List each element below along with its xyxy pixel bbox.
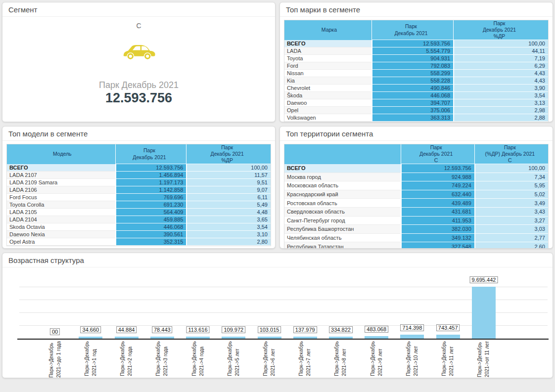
table-row[interactable]: Московская область749.2245,95 bbox=[284, 181, 548, 190]
table-row[interactable]: Opel Astra352.3152,80 bbox=[7, 238, 271, 246]
pct-value-cell: 100,00 bbox=[186, 164, 271, 172]
panel-title: Возрастная структура bbox=[8, 256, 547, 264]
table-row[interactable]: Toyota904.9317,19 bbox=[284, 55, 548, 62]
age-bar-slot[interactable]: 00 bbox=[37, 271, 73, 339]
table-row[interactable]: LADA 2109 Samara1.197.1739,51 bbox=[7, 179, 271, 186]
table-row[interactable]: Ростовская область439.4893,49 bbox=[284, 199, 548, 208]
table-row[interactable]: Краснодарский край632.4405,02 bbox=[284, 190, 548, 199]
table-row[interactable]: ВСЕГО12.593.756100,00 bbox=[284, 164, 548, 173]
pct-value-cell: 3,90 bbox=[453, 85, 548, 92]
axis-tick-label: Парк->Декабрь 2021->9 лет bbox=[370, 341, 384, 376]
row-label: Республика Татарстан bbox=[284, 242, 401, 249]
table-row[interactable]: Toyota Corolla691.2305,49 bbox=[7, 201, 271, 209]
table-row[interactable]: Ford Focus769.6966,11 bbox=[7, 194, 271, 201]
age-bar[interactable] bbox=[115, 337, 139, 339]
row-label: Škoda bbox=[284, 92, 371, 99]
table-row[interactable]: Nissan558.2994,43 bbox=[284, 70, 548, 77]
age-bar[interactable] bbox=[329, 337, 353, 339]
pct-value-cell: 3,10 bbox=[186, 231, 271, 238]
park-value-cell: 924.988 bbox=[401, 173, 474, 182]
column-header[interactable]: Марка bbox=[284, 20, 371, 40]
bar-value-label: 714.398 bbox=[401, 324, 424, 331]
age-bar-slot[interactable]: 483.068 bbox=[359, 271, 394, 339]
park-value-cell: 327.548 bbox=[401, 242, 474, 249]
table-row[interactable]: LADA 21061.142.8589,07 bbox=[7, 186, 271, 194]
age-bar-slot[interactable]: 113.616 bbox=[180, 271, 216, 339]
table-row[interactable]: Chevrolet490.8463,90 bbox=[284, 85, 548, 92]
age-bar[interactable] bbox=[150, 337, 174, 339]
kpi-label: Парк Декабрь 2021 bbox=[99, 80, 179, 90]
age-bar-slot[interactable]: 103.015 bbox=[251, 271, 287, 339]
age-bar[interactable] bbox=[436, 335, 460, 339]
age-bar[interactable] bbox=[186, 337, 210, 339]
age-bar[interactable] bbox=[79, 337, 102, 339]
table-row[interactable]: Skoda Octavia446.0683,54 bbox=[7, 223, 271, 231]
table-row[interactable]: Свердловская область431.6813,43 bbox=[284, 208, 548, 217]
age-bar[interactable] bbox=[472, 287, 496, 339]
pct-value-cell: 100,00 bbox=[453, 40, 548, 47]
table-row[interactable]: Škoda446.0683,54 bbox=[284, 92, 548, 99]
column-header[interactable]: Парк Декабрь 2021 bbox=[115, 144, 186, 164]
table-row[interactable]: ВСЕГО12.593.756100,00 bbox=[7, 164, 271, 172]
pct-value-cell: 6,29 bbox=[453, 62, 548, 70]
column-header[interactable]: Модель bbox=[7, 144, 115, 164]
table-row[interactable]: Kia558.2284,43 bbox=[284, 77, 548, 85]
row-label: LADA 2106 bbox=[7, 186, 115, 194]
column-header[interactable]: Парк Декабрь 2021 С bbox=[401, 144, 474, 164]
row-label: Toyota bbox=[284, 55, 371, 62]
age-bar-slot[interactable]: 44.884 bbox=[108, 271, 144, 339]
table-row[interactable]: Daewoo394.7073,13 bbox=[284, 99, 548, 107]
table-row[interactable]: LADA 2104459.8853,65 bbox=[7, 216, 271, 223]
row-label: LADA bbox=[284, 47, 371, 55]
column-header[interactable]: Парк Декабрь 2021 bbox=[371, 20, 453, 40]
age-bar[interactable] bbox=[258, 337, 281, 339]
age-bar[interactable] bbox=[222, 337, 245, 339]
park-value-cell: 558.299 bbox=[371, 70, 453, 77]
age-bar[interactable] bbox=[293, 337, 317, 339]
column-header[interactable]: Парк Декабрь 2021 %ДР bbox=[186, 144, 271, 164]
table-row[interactable]: Республика Татарстан327.5482,60 bbox=[284, 242, 548, 249]
axis-tick-label: Парк->Декабрь 2021->1 год bbox=[84, 341, 98, 376]
row-label: Kia bbox=[284, 77, 371, 85]
table-row[interactable]: Ford792.0836,29 bbox=[284, 62, 548, 70]
age-bar-slot[interactable]: 9.695.442 bbox=[466, 271, 502, 339]
pct-value-cell: 2,77 bbox=[474, 234, 548, 243]
axis-tick: Парк->Декабрь 2021->8 лет bbox=[323, 341, 359, 378]
table-row[interactable]: LADA 2105564.4094,48 bbox=[7, 209, 271, 216]
pct-value-cell: 3,13 bbox=[453, 99, 548, 107]
bar-value-label: 9.695.442 bbox=[469, 276, 498, 283]
age-bar[interactable] bbox=[400, 335, 424, 339]
park-value-cell: 390.561 bbox=[115, 231, 186, 238]
row-label: LADA 2107 bbox=[7, 172, 115, 179]
age-bar-slot[interactable]: 334.822 bbox=[323, 271, 359, 339]
park-value-cell: 363.313 bbox=[371, 114, 453, 122]
column-header[interactable]: Парк (%ДР) Декабрь 2021 С bbox=[474, 144, 548, 164]
row-label: Москва город bbox=[284, 173, 401, 182]
table-row[interactable]: LADA 21071.456.89411,57 bbox=[7, 172, 271, 179]
table-row[interactable]: Daewoo Nexia390.5613,10 bbox=[7, 231, 271, 238]
column-header[interactable] bbox=[284, 144, 401, 164]
age-bar-slot[interactable]: 743.457 bbox=[430, 271, 466, 339]
table-row[interactable]: LADA5.554.77944,11 bbox=[284, 47, 548, 55]
table-row[interactable]: Volkswagen363.3132,88 bbox=[284, 114, 548, 122]
age-bar-slot[interactable]: 34.660 bbox=[73, 271, 108, 339]
axis-tick: Парк->Декабрь 2021->1 год bbox=[73, 341, 108, 378]
table-row[interactable]: Санкт-Петербург город411.9533,27 bbox=[284, 217, 548, 225]
age-bar-slot[interactable]: 109.972 bbox=[216, 271, 251, 339]
axis-tick-label: Парк->Декабрь 2021->от 11 лет bbox=[476, 341, 491, 377]
panel-title: Сегмент bbox=[8, 5, 269, 14]
pct-value-cell: 4,48 bbox=[186, 209, 271, 216]
table-row[interactable]: Челябинская область349.1322,77 bbox=[284, 234, 548, 243]
row-label: Челябинская область bbox=[284, 234, 401, 243]
table-row[interactable]: ВСЕГО12.593.756100,00 bbox=[284, 40, 548, 47]
age-bar-slot[interactable]: 714.398 bbox=[394, 271, 430, 339]
row-label: Skoda Octavia bbox=[7, 223, 115, 231]
column-header[interactable]: Парк Декабрь 2021 %ДР bbox=[453, 20, 548, 40]
age-bar-slot[interactable]: 137.979 bbox=[287, 271, 323, 339]
table-row[interactable]: Opel375.0062,98 bbox=[284, 107, 548, 114]
table-row[interactable]: Москва город924.9887,34 bbox=[284, 173, 548, 182]
table-row[interactable]: Республика Башкортостан382.0303,03 bbox=[284, 225, 548, 234]
panel-top-brands-header: Топ марки в сегменте bbox=[280, 2, 553, 17]
age-bar-slot[interactable]: 78.443 bbox=[144, 271, 180, 339]
age-bar[interactable] bbox=[365, 336, 388, 339]
